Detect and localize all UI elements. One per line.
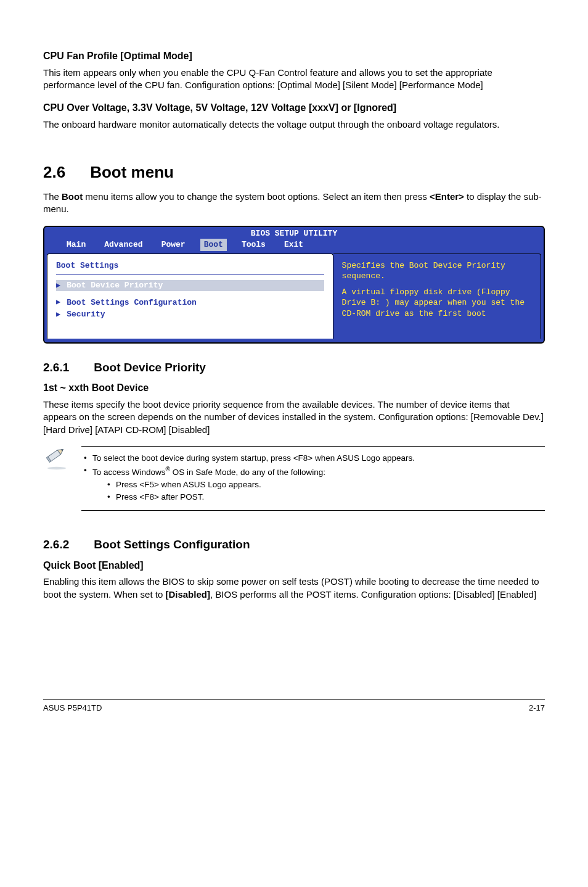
bios-tab-bar: Main Advanced Power Boot Tools Exit bbox=[44, 239, 544, 251]
paragraph-cpu-voltage: The onboard hardware monitor automatical… bbox=[43, 118, 545, 131]
paragraph-boot-device-priority: These items specify the boot device prio… bbox=[43, 398, 545, 436]
footer-left: ASUS P5P41TD bbox=[43, 703, 102, 714]
note-bullet-1: To select the boot device during system … bbox=[84, 453, 545, 464]
bios-item-boot-device-priority: ▶ Boot Device Priority bbox=[56, 280, 324, 291]
registered-symbol: ® bbox=[166, 466, 170, 472]
bios-left-heading: Boot Settings bbox=[56, 260, 324, 271]
note-content: To select the boot device during system … bbox=[81, 446, 545, 511]
bios-left-pane: Boot Settings ▶ Boot Device Priority ▶ B… bbox=[47, 254, 333, 339]
bios-item-label: Security bbox=[67, 309, 105, 320]
bios-item-boot-settings-config: ▶ Boot Settings Configuration bbox=[56, 297, 324, 308]
bios-help-text-2: A virtual floppy disk drive (Floppy Driv… bbox=[342, 287, 533, 320]
note-sub-bullet-2: Press <F8> after POST. bbox=[95, 492, 545, 503]
bold-boot: Boot bbox=[62, 191, 83, 202]
bios-help-text-1: Specifies the Boot Device Priority seque… bbox=[342, 260, 533, 282]
bios-item-label: Boot Settings Configuration bbox=[67, 297, 197, 308]
heading-cpu-voltage: CPU Over Voltage, 3.3V Voltage, 5V Volta… bbox=[43, 101, 545, 115]
bios-title: BIOS SETUP UTILITY bbox=[44, 227, 544, 239]
text: , BIOS performs all the POST items. Conf… bbox=[210, 589, 536, 600]
subsection-number-2-6-2: 2.6.2 bbox=[43, 537, 69, 553]
text: OS in Safe Mode, do any of the following… bbox=[170, 468, 325, 477]
section-number-2-6: 2.6 bbox=[43, 162, 65, 183]
triangle-icon: ▶ bbox=[56, 297, 60, 307]
subsection-number-2-6-1: 2.6.1 bbox=[43, 360, 69, 376]
note-bullet-2: To access Windows® OS in Safe Mode, do a… bbox=[84, 465, 545, 503]
heading-quick-boot: Quick Boot [Enabled] bbox=[43, 559, 545, 572]
paragraph-boot-intro: The Boot menu items allow you to change … bbox=[43, 191, 545, 216]
heading-1st-xxth-boot-device: 1st ~ xxth Boot Device bbox=[43, 381, 545, 395]
bios-item-label: Boot Device Priority bbox=[67, 280, 163, 291]
page-footer: ASUS P5P41TD 2-17 bbox=[43, 699, 545, 714]
triangle-icon: ▶ bbox=[56, 281, 60, 291]
bios-item-security: ▶ Security bbox=[56, 309, 324, 320]
footer-right: 2-17 bbox=[529, 703, 545, 714]
svg-point-4 bbox=[47, 467, 66, 469]
heading-cpu-fan-profile: CPU Fan Profile [Optimal Mode] bbox=[43, 49, 545, 63]
bold-disabled: [Disabled] bbox=[165, 589, 210, 600]
bios-tab-boot: Boot bbox=[200, 239, 227, 251]
subsection-title-boot-device-priority: Boot Device Priority bbox=[94, 360, 206, 376]
section-title-boot-menu: Boot menu bbox=[90, 162, 174, 183]
note-block: To select the boot device during system … bbox=[43, 446, 545, 511]
bold-enter: <Enter> bbox=[430, 191, 464, 202]
text: The bbox=[43, 191, 62, 202]
bios-tab-exit: Exit bbox=[280, 239, 307, 251]
text: To access Windows bbox=[92, 468, 166, 477]
bios-tab-power: Power bbox=[158, 239, 189, 251]
bios-help-pane: Specifies the Boot Device Priority seque… bbox=[333, 254, 541, 339]
bios-screenshot: BIOS SETUP UTILITY Main Advanced Power B… bbox=[43, 226, 545, 344]
paragraph-cpu-fan-profile: This item appears only when you enable t… bbox=[43, 67, 545, 92]
divider bbox=[56, 274, 324, 275]
paragraph-quick-boot: Enabling this item allows the BIOS to sk… bbox=[43, 576, 545, 601]
subsection-title-boot-settings-config: Boot Settings Configuration bbox=[94, 537, 250, 553]
bios-tab-advanced: Advanced bbox=[100, 239, 146, 251]
bios-tab-main: Main bbox=[63, 239, 89, 251]
triangle-icon: ▶ bbox=[56, 310, 60, 320]
text: menu items allow you to change the syste… bbox=[83, 191, 430, 202]
note-sub-bullet-1: Press <F5> when ASUS Logo appears. bbox=[95, 479, 545, 490]
note-pencil-icon bbox=[43, 446, 70, 471]
bios-tab-tools: Tools bbox=[238, 239, 269, 251]
